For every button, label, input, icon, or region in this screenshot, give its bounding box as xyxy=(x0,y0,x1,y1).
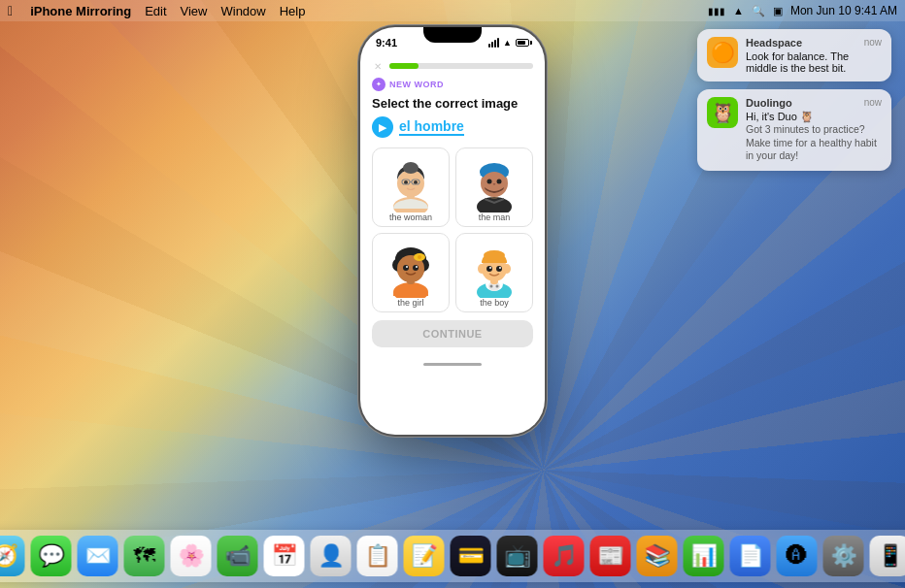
dock-numbers[interactable]: 📊 xyxy=(684,536,724,576)
svg-point-15 xyxy=(497,180,502,184)
dock-notes[interactable]: 📝 xyxy=(404,536,445,576)
man-avatar xyxy=(465,154,523,212)
new-word-icon: ✦ xyxy=(372,78,385,91)
iphone-mirroring-frame: 9:41 ▲ ✕ xyxy=(360,27,545,435)
iphone-status-icons: ▲ xyxy=(488,38,529,48)
menubar-left:  iPhone Mirroring Edit View Window Help xyxy=(8,3,305,18)
menu-window[interactable]: Window xyxy=(220,4,265,18)
iphone-notch xyxy=(423,27,482,43)
word-row: ▶ el hombre xyxy=(372,116,533,138)
dock-messages[interactable]: 💬 xyxy=(31,536,72,576)
dock-books[interactable]: 📚 xyxy=(637,536,678,576)
dock-settings[interactable]: ⚙️ xyxy=(823,536,864,576)
svg-point-14 xyxy=(487,180,492,184)
iphone-battery-icon xyxy=(516,39,529,47)
headspace-time: now xyxy=(864,37,882,49)
image-option-girl[interactable]: the girl xyxy=(372,233,450,312)
boy-avatar xyxy=(465,240,523,298)
duolingo-content: Duolingo now Hi, it's Duo 🦉 Got 3 minute… xyxy=(746,97,882,163)
svg-point-3 xyxy=(403,162,419,174)
iphone-screen[interactable]: 9:41 ▲ ✕ xyxy=(360,27,545,435)
image-option-man[interactable]: the man xyxy=(455,147,533,227)
dock-pages[interactable]: 📄 xyxy=(730,536,771,576)
menubar-time: Mon Jun 10 9:41 AM xyxy=(790,4,897,17)
new-word-text: NEW WORD xyxy=(389,80,444,89)
boy-caption: the boy xyxy=(480,298,509,308)
progress-bar-fill xyxy=(389,63,419,69)
svg-point-4 xyxy=(404,180,408,184)
duolingo-time: now xyxy=(864,97,882,109)
dock-wallet[interactable]: 💳 xyxy=(451,536,491,576)
iphone-home-indicator xyxy=(360,355,545,373)
dock-photos[interactable]: 🌸 xyxy=(171,536,212,576)
dock-reminders[interactable]: 📋 xyxy=(357,536,398,576)
close-button[interactable]: ✕ xyxy=(372,60,384,72)
svg-point-40 xyxy=(486,266,492,272)
new-word-label: ✦ NEW WORD xyxy=(372,78,533,91)
svg-point-27 xyxy=(406,266,408,268)
iphone-statusbar: 9:41 ▲ xyxy=(360,27,545,54)
svg-point-28 xyxy=(416,266,418,268)
iphone-time: 9:41 xyxy=(376,37,397,49)
continue-button[interactable]: CONTINUE xyxy=(372,320,533,347)
battery-indicator: ▮▮▮ xyxy=(708,6,725,16)
headspace-icon: 🟠 xyxy=(707,37,738,68)
girl-avatar xyxy=(382,240,440,298)
svg-point-43 xyxy=(499,267,501,269)
menu-edit[interactable]: Edit xyxy=(145,4,166,18)
dock: 🖥 ⠿ 🧭 💬 ✉️ 🗺 🌸 📹 📅 👤 📋 📝 💳 📺 🎵 📰 xyxy=(0,530,905,582)
menu-help[interactable]: Help xyxy=(280,4,306,18)
dock-maps[interactable]: 🗺 xyxy=(124,536,165,576)
svg-point-26 xyxy=(413,265,419,271)
dock-calendar[interactable]: 📅 xyxy=(264,536,305,576)
woman-avatar xyxy=(382,154,440,212)
image-option-woman[interactable]: the woman xyxy=(372,147,450,227)
duolingo-app-name: Duolingo xyxy=(746,97,792,109)
svg-point-39 xyxy=(503,264,511,274)
word-label: el hombre xyxy=(399,118,464,136)
dock-contacts[interactable]: 👤 xyxy=(311,536,352,576)
headspace-title: Look for balance. The middle is the best… xyxy=(746,50,882,74)
signal-icon xyxy=(488,38,499,48)
progress-bar-background xyxy=(389,63,533,69)
dock-music[interactable]: 🎵 xyxy=(544,536,585,576)
svg-point-42 xyxy=(489,267,491,269)
menubar-right: ▮▮▮ ▲ 🔍 ▣ Mon Jun 10 9:41 AM xyxy=(708,4,897,17)
image-option-boy[interactable]: the boy xyxy=(455,233,533,312)
svg-point-5 xyxy=(414,180,418,184)
dock-appletv[interactable]: 📺 xyxy=(497,536,538,576)
man-caption: the man xyxy=(479,212,511,222)
dock-facetime[interactable]: 📹 xyxy=(218,536,258,576)
notification-duolingo[interactable]: 🦉 Duolingo now Hi, it's Duo 🦉 Got 3 minu… xyxy=(697,89,891,171)
headspace-header: Headspace now xyxy=(746,37,882,49)
duolingo-body: Got 3 minutes to practice? Make time for… xyxy=(746,123,882,163)
control-center-icon[interactable]: ▣ xyxy=(773,5,783,17)
wifi-icon: ▲ xyxy=(733,5,744,16)
dock-safari[interactable]: 🧭 xyxy=(0,536,25,576)
dock-news[interactable]: 📰 xyxy=(590,536,631,576)
svg-point-34 xyxy=(496,285,499,288)
apple-menu-icon[interactable]:  xyxy=(8,3,13,18)
duolingo-title: Hi, it's Duo 🦉 xyxy=(746,111,882,123)
svg-point-24 xyxy=(418,255,421,259)
svg-point-33 xyxy=(490,285,493,288)
headspace-app-name: Headspace xyxy=(746,37,802,49)
woman-caption: the woman xyxy=(389,212,432,222)
svg-point-41 xyxy=(496,266,502,272)
home-bar xyxy=(423,363,482,366)
svg-point-2 xyxy=(397,170,424,197)
menu-view[interactable]: View xyxy=(181,4,208,18)
svg-point-25 xyxy=(403,265,409,271)
notification-headspace[interactable]: 🟠 Headspace now Look for balance. The mi… xyxy=(697,29,891,82)
menubar:  iPhone Mirroring Edit View Window Help… xyxy=(0,0,905,21)
speaker-button[interactable]: ▶ xyxy=(372,116,393,138)
notifications-area: 🟠 Headspace now Look for balance. The mi… xyxy=(697,29,891,171)
image-grid: the woman xyxy=(372,147,533,312)
search-icon[interactable]: 🔍 xyxy=(752,5,765,17)
svg-point-9 xyxy=(477,197,512,212)
dock-appstore[interactable]: 🅐 xyxy=(777,536,818,576)
progress-area: ✕ xyxy=(372,60,533,72)
dock-iphone-mirror[interactable]: 📱 xyxy=(870,536,906,576)
girl-caption: the girl xyxy=(397,298,423,308)
dock-mail[interactable]: ✉️ xyxy=(78,536,118,576)
